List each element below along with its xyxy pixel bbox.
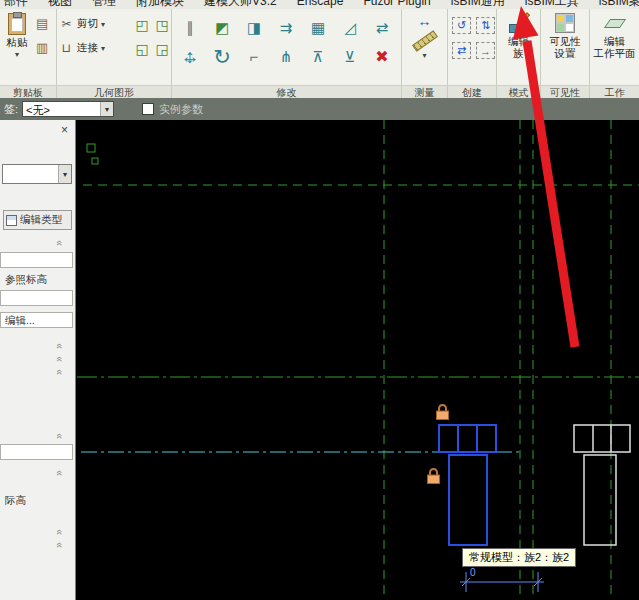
collapse-chevron-icon[interactable]: « xyxy=(54,352,64,366)
cope-icon[interactable]: ◩ xyxy=(215,19,229,37)
geometry-tools: ✂ 剪切 ▾ ⊔ 连接 ▾ xyxy=(59,17,105,55)
visibility-settings-button[interactable]: 可见性 设置 xyxy=(541,13,589,59)
group-label-geometry: 几何图形 xyxy=(57,85,171,98)
dropdown-arrow-icon[interactable]: ▾ xyxy=(101,45,105,52)
cut-geometry-icon[interactable]: ◰ xyxy=(133,17,151,33)
tab-manage[interactable]: 管理 xyxy=(92,0,116,9)
group-label-modify: 修改 xyxy=(172,85,401,98)
ribbon-group-work: 编辑 工作平面 工作 xyxy=(590,9,639,98)
tab-view[interactable]: 视图 xyxy=(48,0,72,9)
instance-parameter-checkbox[interactable] xyxy=(142,103,154,115)
collapse-chevron-icon[interactable]: « xyxy=(54,466,64,480)
chevron-down-icon[interactable]: ▾ xyxy=(58,165,71,183)
trim-icon[interactable]: ⌐ xyxy=(250,48,259,65)
tab-isbim-general[interactable]: isBIM通用 xyxy=(451,0,505,9)
move-icon[interactable]: ↔↕ xyxy=(179,46,201,68)
ribbon: 部件 视图 管理 附加模块 建模大师V3.2 Enscape Fuzor Plu… xyxy=(0,0,639,98)
revit-window: 部件 视图 管理 附加模块 建模大师V3.2 Enscape Fuzor Plu… xyxy=(0,0,639,600)
chevron-down-icon[interactable]: ▾ xyxy=(100,102,113,116)
pin-icon[interactable]: ⊼ xyxy=(313,48,324,66)
parameter-field[interactable] xyxy=(0,444,73,460)
workplane-label-line1: 编辑 xyxy=(604,36,625,48)
tag-dropdown[interactable]: <无> ▾ xyxy=(22,101,114,117)
align-icon[interactable]: ∥ xyxy=(186,19,194,37)
instance-parameter-label: 实例参数 xyxy=(159,102,203,117)
array-icon[interactable]: ▦ xyxy=(311,19,325,37)
visibility-label-line1: 可见性 xyxy=(549,36,581,48)
ribbon-tabs: 部件 视图 管理 附加模块 建模大师V3.2 Enscape Fuzor Plu… xyxy=(0,0,639,9)
tab-isbim-case[interactable]: isBIM案例 xyxy=(599,0,639,9)
collapse-chevron-icon[interactable]: « xyxy=(54,429,64,443)
parameter-field[interactable] xyxy=(0,290,73,306)
drawing-geometry xyxy=(77,120,639,600)
paste-label: 粘贴 xyxy=(7,36,28,50)
match-type-icon[interactable]: ▥ xyxy=(36,41,48,55)
collapse-chevron-icon[interactable]: « xyxy=(54,538,64,552)
offset-icon[interactable]: ⇉ xyxy=(280,19,293,37)
ribbon-group-create: ↺ ⇅ ⇄ → 创建 xyxy=(448,9,497,98)
type-selector-dropdown[interactable]: ▾ xyxy=(2,164,72,184)
tab-fuzor[interactable]: Fuzor Plugin xyxy=(363,0,430,9)
tab-master[interactable]: 建模大师V3.2 xyxy=(204,0,277,9)
group-label-measure: 测量 xyxy=(402,85,447,98)
create-parts-icon[interactable]: → xyxy=(476,42,495,59)
visibility-icon xyxy=(555,13,575,33)
join-label: 连接 xyxy=(77,41,98,55)
edit-workplane-button[interactable]: 编辑 工作平面 xyxy=(590,13,639,59)
ribbon-group-clipboard: 粘贴 ▾ ▤ ▥ 剪贴板 xyxy=(0,9,57,98)
edit-type-button[interactable]: 编辑类型 xyxy=(3,210,72,230)
scale-icon[interactable]: ◿ xyxy=(344,19,356,37)
mirror-icon[interactable]: ◨ xyxy=(247,19,261,37)
wall-join-icon[interactable]: ◲ xyxy=(153,41,171,57)
split-icon[interactable]: ⋔ xyxy=(280,48,293,66)
tab-enscape[interactable]: Enscape xyxy=(297,0,344,9)
workplane-icon xyxy=(603,13,627,33)
ribbon-group-mode: 编辑 族 模式 xyxy=(497,9,541,98)
drawing-area[interactable]: 常规模型：族2：族2 0 xyxy=(77,120,639,600)
collapse-chevron-icon[interactable]: « xyxy=(54,525,64,539)
create-similar-icon[interactable]: ↺ xyxy=(452,17,471,34)
lock-icon[interactable] xyxy=(426,467,441,485)
create-group-icon[interactable]: ⇅ xyxy=(476,17,495,34)
join-geometry-icon[interactable]: ◱ xyxy=(133,41,151,57)
ribbon-group-geometry: ✂ 剪切 ▾ ⊔ 连接 ▾ ◰ ◳ ◱ ◲ 几何图形 xyxy=(57,9,172,98)
parameter-field[interactable] xyxy=(0,252,73,268)
visibility-label-line2: 设置 xyxy=(555,48,576,60)
tab-isbim-tools[interactable]: isBIM工具 xyxy=(525,0,579,9)
close-icon[interactable]: × xyxy=(61,124,68,136)
join-button[interactable]: ⊔ 连接 ▾ xyxy=(59,41,105,55)
dimension-value[interactable]: 0 xyxy=(470,567,476,578)
edit-family-button[interactable]: 编辑 族 xyxy=(497,13,540,59)
edit-type-icon xyxy=(6,215,17,226)
uncut-geometry-icon[interactable]: ◳ xyxy=(153,17,171,33)
collapse-chevron-icon[interactable]: « xyxy=(54,365,64,379)
measure-button[interactable]: ↔ ▾ xyxy=(402,14,447,59)
sync-icon[interactable]: ⇄ xyxy=(376,19,389,37)
collapse-chevron-icon[interactable]: « xyxy=(54,339,64,353)
cut-button[interactable]: ✂ 剪切 ▾ xyxy=(59,17,105,31)
dropdown-arrow-icon[interactable]: ▾ xyxy=(101,21,105,28)
ribbon-group-measure: ↔ ▾ 测量 xyxy=(402,9,448,98)
collapse-chevron-icon[interactable]: « xyxy=(54,236,64,250)
dropdown-arrow-icon[interactable]: ▾ xyxy=(15,51,19,58)
delete-icon[interactable]: ✖ xyxy=(375,47,388,66)
ribbon-group-modify: ∥ ◩ ◨ ⇉ ▦ ◿ ⇄ ↔↕ ↻ ⌐ ⋔ ⊼ ⊻ ✖ 修改 xyxy=(172,9,402,98)
measure-arrow-icon: ↔ xyxy=(418,14,432,28)
move-vertical-glyph: ↕ xyxy=(179,46,201,68)
paste-button[interactable]: 粘贴 ▾ xyxy=(2,13,32,58)
scissors-icon: ✂ xyxy=(59,17,74,31)
ribbon-body: 粘贴 ▾ ▤ ▥ 剪贴板 ✂ 剪切 ▾ ⊔ xyxy=(0,9,639,98)
create-assembly-icon[interactable]: ⇄ xyxy=(452,42,471,59)
dropdown-arrow-icon[interactable]: ▾ xyxy=(422,52,426,59)
rotate-icon[interactable]: ↻ xyxy=(213,45,231,69)
lock-icon[interactable] xyxy=(435,403,450,421)
copy-icon[interactable]: ▤ xyxy=(36,17,48,31)
tab-addins[interactable]: 附加模块 xyxy=(136,0,184,9)
edit-visibility-button[interactable]: 编辑... xyxy=(0,312,73,328)
tab-component[interactable]: 部件 xyxy=(4,0,28,9)
group-label-visibility: 可见性 xyxy=(541,85,589,98)
cut-label: 剪切 xyxy=(77,17,98,31)
unpin-icon[interactable]: ⊻ xyxy=(345,48,356,66)
workplane-label-line2: 工作平面 xyxy=(594,48,636,60)
reference-level-value: 参照标高 xyxy=(5,273,47,287)
